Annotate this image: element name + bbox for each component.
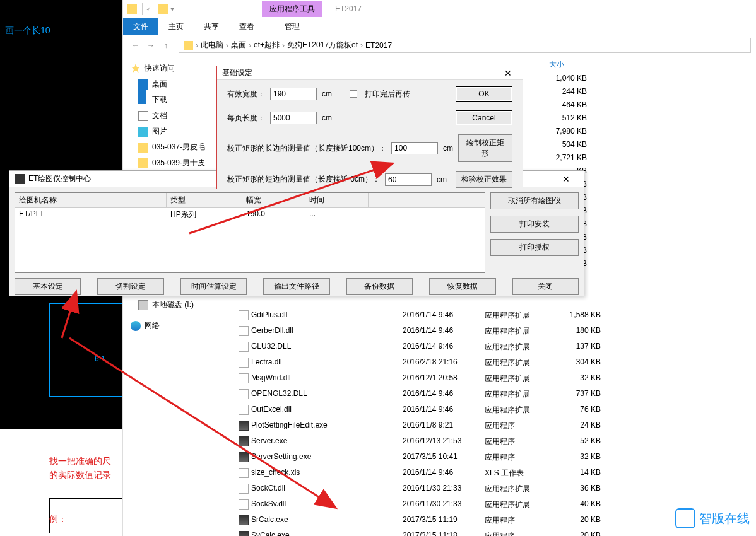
- length-label: 每页长度：: [227, 113, 265, 124]
- file-row[interactable]: MsgWnd.dll2016/12/1 20:58应用程序扩展32 KB: [233, 371, 756, 387]
- col-type[interactable]: 类型: [167, 193, 242, 207]
- width-input[interactable]: [270, 88, 317, 100]
- window-title: ET2017: [335, 4, 362, 13]
- basic-settings-dialog: 基础设定 ✕ 有效宽度： cm 打印完后再传 OK 每页长度： cm Cance…: [216, 66, 523, 189]
- file-row[interactable]: ServerSetting.exe2017/3/15 10:41应用程序32 K…: [233, 450, 756, 465]
- dialog-title: ET绘图仪控制中心: [28, 173, 91, 184]
- star-icon: [131, 64, 141, 74]
- crumb[interactable]: ET2017: [365, 41, 392, 50]
- long-side-label: 校正矩形的长边的测量值（长度接近100cm）：: [227, 143, 386, 154]
- output-path-button[interactable]: 输出文件路径: [263, 278, 329, 295]
- file-row[interactable]: Lectra.dll2016/2/18 21:16应用程序扩展304 KB: [233, 355, 756, 371]
- cancel-all-plotters-button[interactable]: 取消所有绘图仪: [490, 192, 579, 209]
- file-icon: [239, 342, 249, 352]
- plotter-table: 绘图机名称 类型 幅宽 时间 ET/PLT HP系列 190.0 ...: [15, 192, 485, 273]
- file-icon: [239, 436, 249, 446]
- file-icon: [239, 405, 249, 415]
- file-icon: [239, 389, 249, 399]
- file-row[interactable]: PlotSettingFileEdit.exe2016/11/8 9:21应用程…: [233, 418, 756, 434]
- file-row[interactable]: GdiPlus.dll2016/1/14 9:46应用程序扩展1,588 KB: [233, 308, 756, 323]
- ok-button[interactable]: OK: [456, 86, 512, 102]
- plotter-row[interactable]: ET/PLT HP系列 190.0 ...: [15, 208, 485, 221]
- restore-button[interactable]: 恢复数据: [429, 278, 495, 295]
- watermark-logo-icon: [675, 508, 695, 528]
- file-row[interactable]: Server.exe2016/12/13 21:53应用程序52 KB: [233, 434, 756, 450]
- tab-view[interactable]: 查看: [229, 18, 264, 35]
- print-after-label: 打印完后再传: [365, 89, 410, 100]
- breadcrumb[interactable]: › 此电脑› 桌面› et+超排› 免狗ET2017万能板et› ET2017: [179, 38, 751, 53]
- dialog-title: 基础设定: [222, 67, 252, 78]
- cut-settings-button[interactable]: 切割设定: [97, 278, 163, 295]
- file-icon: [239, 452, 249, 462]
- tab-file[interactable]: 文件: [123, 18, 158, 35]
- close-button[interactable]: ✕: [553, 174, 579, 184]
- file-icon: [239, 515, 249, 525]
- crumb[interactable]: 免狗ET2017万能板et: [287, 40, 358, 50]
- crumb[interactable]: et+超排: [254, 40, 280, 50]
- nav-back-button[interactable]: ←: [128, 38, 143, 53]
- col-plotter-name[interactable]: 绘图机名称: [15, 193, 167, 207]
- file-icon: [239, 531, 249, 536]
- print-auth-button[interactable]: 打印授权: [490, 239, 579, 256]
- nav-forward-button[interactable]: →: [143, 38, 158, 53]
- nav-up-button[interactable]: ↑: [158, 38, 174, 53]
- file-row[interactable]: OutExcel.dll2016/1/14 9:46应用程序扩展76 KB: [233, 402, 756, 418]
- col-size-header[interactable]: 大小: [549, 59, 564, 70]
- short-side-input[interactable]: [385, 173, 432, 186]
- file-row[interactable]: GLU32.DLL2016/1/14 9:46应用程序扩展137 KB: [233, 339, 756, 355]
- check-effect-button[interactable]: 检验校正效果: [456, 171, 512, 188]
- file-row[interactable]: GerberDll.dll2016/1/14 9:46应用程序扩展180 KB: [233, 323, 756, 339]
- backup-button[interactable]: 备份数据: [346, 278, 413, 295]
- basic-settings-button[interactable]: 基本设定: [15, 278, 81, 295]
- tab-manage[interactable]: 管理: [275, 18, 310, 35]
- file-row[interactable]: SockCt.dll2016/11/30 21:33应用程序扩展36 KB: [233, 481, 756, 497]
- close-button[interactable]: ✕: [499, 68, 517, 78]
- print-install-button[interactable]: 打印安装: [490, 216, 579, 233]
- time-estimate-button[interactable]: 时间估算设定: [180, 278, 247, 295]
- file-icon: [239, 310, 249, 320]
- cad-instruction-text: 找一把准确的尺的实际数值记录: [49, 454, 111, 482]
- document-icon: [138, 111, 148, 121]
- folder-icon: [158, 4, 168, 14]
- folder-icon: [138, 143, 148, 153]
- cad-example-label: 例：: [49, 514, 67, 525]
- app-icon: [15, 174, 25, 184]
- tab-share[interactable]: 共享: [194, 18, 229, 35]
- file-row[interactable]: size_check.xls2016/1/14 9:46XLS 工作表14 KB: [233, 465, 756, 481]
- watermark: 智版在线: [675, 508, 750, 528]
- short-side-label: 校正矩形的短边的测量值（长度接近 0cm）：: [227, 174, 380, 185]
- explorer-titlebar: ☑ ▾ 应用程序工具 ET2017: [123, 0, 756, 18]
- desktop-icon: [138, 79, 148, 90]
- close-button[interactable]: 关闭: [512, 278, 579, 295]
- folder-icon: [138, 158, 148, 168]
- length-input[interactable]: [270, 112, 317, 124]
- folder-icon: [127, 4, 137, 14]
- ribbon-tabs: 文件 主页 共享 查看 管理: [123, 18, 756, 35]
- file-row[interactable]: SvCalc.exe2017/3/15 11:18应用程序20 KB: [233, 528, 756, 536]
- draw-rect-button[interactable]: 绘制校正矩形: [458, 134, 512, 162]
- file-row[interactable]: OPENGL32.DLL2016/1/14 9:46应用程序扩展737 KB: [233, 387, 756, 402]
- col-time[interactable]: 时间: [305, 193, 369, 207]
- cancel-button[interactable]: Cancel: [456, 110, 512, 125]
- cad-dimension-text: 6-1: [95, 354, 105, 363]
- file-icon: [239, 421, 249, 431]
- tab-home[interactable]: 主页: [158, 18, 194, 35]
- cad-rectangle: [49, 303, 125, 397]
- pictures-icon: [138, 127, 148, 137]
- app-tools-tab[interactable]: 应用程序工具: [262, 1, 322, 17]
- address-bar-row: ← → ↑ › 此电脑› 桌面› et+超排› 免狗ET2017万能板et› E…: [123, 35, 756, 55]
- download-icon: [138, 95, 148, 105]
- width-label: 有效宽度：: [227, 89, 265, 100]
- long-side-input[interactable]: [391, 142, 438, 154]
- col-width[interactable]: 幅宽: [242, 193, 305, 207]
- file-icon: [239, 468, 249, 478]
- folder-icon: [184, 41, 193, 50]
- print-after-checkbox[interactable]: [350, 90, 357, 98]
- crumb[interactable]: 桌面: [231, 40, 246, 50]
- file-icon: [239, 499, 249, 510]
- file-icon: [239, 326, 249, 336]
- sidebar-network[interactable]: 网络: [123, 318, 233, 334]
- crumb[interactable]: 此电脑: [201, 40, 223, 50]
- file-icon: [239, 358, 249, 368]
- disk-icon: [138, 300, 148, 310]
